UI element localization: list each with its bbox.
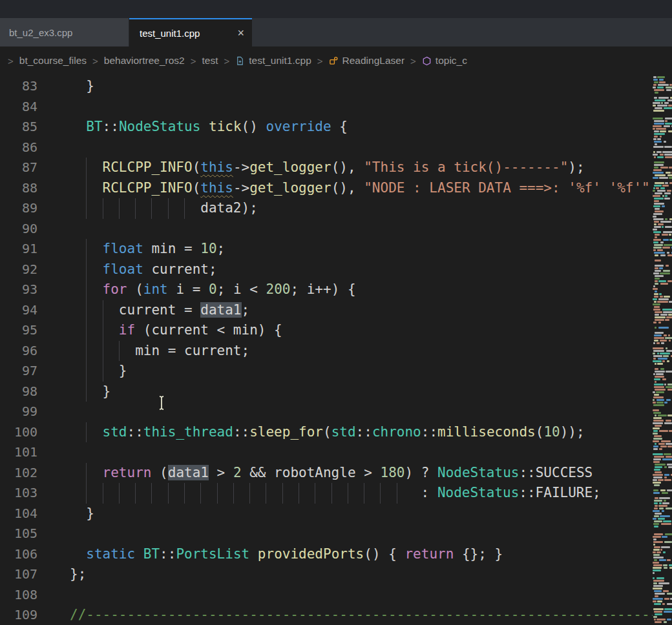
close-icon[interactable]: ×	[237, 27, 244, 39]
code-line[interactable]: 100 std::this_thread::sleep_for(std::chr…	[0, 422, 672, 443]
line-number[interactable]: 97	[0, 361, 37, 382]
code-token: >	[209, 465, 233, 480]
minimap-code-blip	[667, 190, 671, 192]
line-number[interactable]: 84	[0, 97, 37, 118]
code-line[interactable]: 84	[0, 97, 672, 118]
line-number[interactable]: 102	[0, 463, 37, 484]
minimap-row	[653, 128, 672, 130]
code-line[interactable]: 94 current = data1;	[0, 300, 672, 321]
minimap-code-blip	[653, 249, 656, 251]
breadcrumb-item-test[interactable]: test	[202, 55, 218, 67]
code-line[interactable]: 98 }	[0, 382, 672, 402]
minimap-code-blip	[655, 280, 658, 282]
tab-test-unit1-cpp[interactable]: test_unit1.cpp ×	[129, 18, 252, 46]
code-line[interactable]: 108	[0, 585, 672, 606]
line-number[interactable]: 99	[0, 402, 37, 422]
code-line[interactable]: 95 if (current < min) {	[0, 320, 672, 341]
code-line[interactable]: 106 static BT::PortsList providedPorts()…	[0, 544, 672, 565]
line-number[interactable]: 92	[0, 260, 37, 280]
code-line[interactable]: 92 float current;	[0, 260, 672, 280]
line-number[interactable]: 104	[0, 504, 37, 524]
minimap-row	[653, 557, 672, 558]
code-token: this	[200, 159, 233, 175]
line-number[interactable]: 88	[0, 178, 37, 199]
minimap-row	[653, 249, 672, 251]
code-line[interactable]: 101	[0, 442, 672, 463]
minimap-row	[653, 164, 672, 166]
minimap-code-blip	[653, 536, 661, 538]
code-token: float	[103, 241, 143, 256]
code-token: (current < min) {	[135, 322, 282, 338]
minimap-code-blip	[666, 507, 672, 509]
line-number[interactable]: 98	[0, 382, 37, 402]
line-number[interactable]: 91	[0, 239, 37, 260]
minimap-code-blip	[654, 97, 657, 99]
breadcrumb-item-readinglaser[interactable]: ReadingLaser	[329, 55, 405, 67]
minimap-row	[653, 363, 672, 365]
minimap-row	[653, 296, 672, 298]
minimap[interactable]	[653, 75, 672, 625]
code-line[interactable]: 96 min = current;	[0, 341, 672, 362]
minimap-code-blip	[666, 87, 672, 88]
minimap-row	[653, 551, 672, 553]
code-line[interactable]: 87 RCLCPP_INFO(this->get_logger(), "This…	[0, 158, 672, 178]
code-line[interactable]: 83 }	[0, 76, 672, 97]
code-line[interactable]: 88 RCLCPP_INFO(this->get_logger(), "NODE…	[0, 178, 672, 199]
code-token: (),	[331, 180, 364, 196]
line-number[interactable]: 100	[0, 422, 37, 443]
minimap-code-blip	[653, 453, 663, 455]
minimap-code-blip	[662, 510, 664, 512]
code-line[interactable]: 103 : NodeStatus::FAILURE;	[0, 483, 672, 504]
code-line[interactable]: 102 return (data1 > 2 && robotAngle > 18…	[0, 463, 672, 484]
line-number[interactable]: 94	[0, 300, 37, 321]
line-number[interactable]: 87	[0, 158, 37, 178]
minimap-row	[653, 195, 672, 197]
line-number[interactable]: 109	[0, 605, 37, 625]
breadcrumb-item-bt-course-files[interactable]: bt_course_files	[19, 55, 87, 67]
minimap-code-blip	[653, 616, 657, 618]
editor[interactable]: 83 }8485 BT::NodeStatus tick() override …	[0, 75, 672, 625]
code-line[interactable]: 91 float min = 10;	[0, 239, 672, 260]
code-line[interactable]: 107};	[0, 564, 672, 585]
breadcrumb-item-test-unit1-cpp[interactable]: test_unit1.cpp	[235, 55, 311, 67]
code-line[interactable]: 99	[0, 402, 672, 422]
line-number[interactable]: 108	[0, 585, 37, 606]
minimap-code-blip	[653, 303, 660, 305]
minimap-code-blip	[653, 433, 658, 435]
minimap-code-blip	[665, 123, 672, 125]
line-number[interactable]: 95	[0, 320, 37, 341]
code-line[interactable]: 90	[0, 219, 672, 240]
line-number[interactable]: 85	[0, 117, 37, 138]
line-number[interactable]: 103	[0, 483, 37, 504]
breadcrumb-item-behaviortree-ros2[interactable]: behaviortree_ros2	[104, 55, 185, 67]
code-line[interactable]: 86	[0, 138, 672, 158]
code-line[interactable]: 89 data2);	[0, 198, 672, 219]
code-line[interactable]: 93 for (int i = 0; i < 200; i++) {	[0, 280, 672, 300]
minimap-code-blip	[663, 564, 667, 566]
line-number[interactable]: 86	[0, 138, 37, 158]
code-line[interactable]: 105	[0, 524, 672, 544]
minimap-row	[653, 446, 672, 447]
minimap-code-blip	[654, 130, 659, 132]
line-number[interactable]: 107	[0, 564, 37, 585]
breadcrumb-item-topic[interactable]: topic_c	[422, 55, 467, 67]
line-number[interactable]: 105	[0, 524, 37, 544]
minimap-code-blip	[653, 347, 664, 349]
line-number[interactable]: 101	[0, 442, 37, 463]
minimap-code-blip	[655, 613, 662, 615]
line-number[interactable]: 96	[0, 341, 37, 362]
code-line[interactable]: 97 }	[0, 361, 672, 382]
minimap-code-blip	[654, 384, 664, 385]
line-number[interactable]: 83	[0, 76, 37, 97]
minimap-row	[653, 451, 672, 453]
line-number[interactable]: 90	[0, 219, 37, 240]
line-number[interactable]: 89	[0, 198, 37, 219]
line-number[interactable]: 106	[0, 544, 37, 565]
code-line[interactable]: 85 BT::NodeStatus tick() override {	[0, 117, 672, 138]
code-line[interactable]: 104 }	[0, 504, 672, 524]
line-number[interactable]: 93	[0, 280, 37, 300]
tab-bt-u2-ex3-cpp[interactable]: bt_u2_ex3.cpp	[0, 18, 129, 46]
minimap-code-blip	[657, 76, 665, 78]
minimap-row	[653, 502, 672, 504]
code-line[interactable]: 109//-----------------------------------…	[0, 605, 672, 625]
